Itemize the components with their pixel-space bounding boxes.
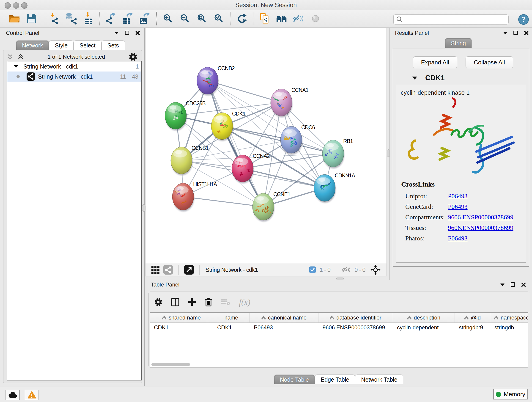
memory-button[interactable]: Memory <box>493 389 528 400</box>
tab-network-table[interactable]: Network Table <box>355 375 403 384</box>
horizontal-scrollbar[interactable] <box>152 363 190 366</box>
float-panel-icon[interactable] <box>510 282 515 287</box>
network-edge-CCNE1-CCNB2[interactable] <box>208 81 263 207</box>
column-header-@id[interactable]: @id <box>455 313 490 322</box>
tree-collapse-icon[interactable] <box>14 65 18 68</box>
column-header-name[interactable]: name <box>213 313 250 322</box>
crosslink-label: GeneCard: <box>405 203 448 211</box>
cloud-icon[interactable] <box>6 390 20 400</box>
tab-select[interactable]: Select <box>74 40 101 50</box>
panel-menu-icon[interactable] <box>503 32 508 35</box>
zoom-fit-content-icon[interactable] <box>193 11 210 26</box>
zoom-selected-region-icon[interactable] <box>210 11 227 26</box>
open-in-window-icon[interactable] <box>184 265 194 274</box>
node-label-CCNB1: CCNB1 <box>191 145 209 151</box>
column-header-description[interactable]: description <box>393 313 455 322</box>
table-cell[interactable]: P06493 <box>250 323 318 332</box>
zoom-out-icon[interactable] <box>177 11 193 26</box>
crosslinks-title: CrossLinks <box>401 180 435 188</box>
table-cell[interactable]: CDK1 <box>213 323 250 332</box>
tab-edge-table[interactable]: Edge Table <box>315 375 355 384</box>
table-cell[interactable]: 9606.ENSP00000378699 <box>318 323 393 332</box>
crosslink-value-link[interactable]: P06493 <box>448 203 468 211</box>
table-options-gear-icon[interactable] <box>154 298 162 306</box>
network-node-CCNB1[interactable] <box>171 147 192 175</box>
export-image-icon[interactable] <box>137 11 153 26</box>
export-table-icon[interactable] <box>120 11 137 26</box>
table-cell[interactable]: cyclin-dependent ... <box>393 323 455 332</box>
crosslink-row: Compartments:9606.ENSP00000378699 <box>405 212 523 223</box>
birdseye-crosshair-icon[interactable] <box>370 265 380 275</box>
network-node-RB1[interactable] <box>322 140 344 168</box>
help-icon[interactable]: ? <box>518 14 529 26</box>
network-node-CCNA1[interactable] <box>271 89 292 117</box>
apply-preferred-layout-icon[interactable] <box>233 11 250 26</box>
column-header-shared-name[interactable]: shared name <box>150 313 213 322</box>
hidden-eye-icon[interactable] <box>342 266 351 273</box>
network-node-CDK1[interactable] <box>211 113 233 141</box>
string-show-images-icon[interactable] <box>307 11 324 26</box>
crosslink-label: Uniprot: <box>405 192 448 200</box>
import-network-from-file-icon[interactable] <box>46 11 63 26</box>
network-node-CCNB2[interactable] <box>197 67 219 96</box>
expand-all-button[interactable]: Expand All <box>413 56 457 68</box>
network-edge-CCNA2-CDKN1A[interactable] <box>243 168 325 188</box>
tab-string[interactable]: String <box>445 38 472 48</box>
crosslink-value-link[interactable]: 9606.ENSP00000378699 <box>448 214 513 221</box>
column-header-namespace[interactable]: namespace <box>490 313 528 322</box>
crosslink-value-link[interactable]: P06493 <box>448 192 468 200</box>
collapse-all-button[interactable]: Collapse All <box>466 56 513 68</box>
tab-node-table[interactable]: Node Table <box>274 375 315 384</box>
show-columns-icon[interactable] <box>171 298 179 306</box>
expand-all-icon[interactable] <box>17 54 24 60</box>
search-box[interactable] <box>393 14 509 25</box>
selected-checkbox-icon[interactable] <box>309 266 316 273</box>
panel-menu-icon[interactable] <box>114 32 119 35</box>
save-session-icon[interactable] <box>23 11 40 26</box>
import-table-from-file-icon[interactable] <box>80 11 97 26</box>
close-panel-icon[interactable] <box>524 31 529 36</box>
column-header-canonical-name[interactable]: canonical name <box>250 313 318 322</box>
float-panel-icon[interactable] <box>513 31 518 36</box>
string-settings-homes-icon[interactable] <box>273 11 290 26</box>
export-network-icon[interactable] <box>103 11 120 26</box>
table-cell[interactable]: stringdb <box>490 323 528 332</box>
zoom-in-icon[interactable] <box>159 11 177 26</box>
table-cell[interactable]: stringdb:9... <box>455 323 490 332</box>
collapse-all-icon[interactable] <box>7 54 13 60</box>
network-edge-CCNB2-CCNA1[interactable] <box>208 81 281 102</box>
network-node-CDC25B[interactable] <box>165 102 187 131</box>
float-panel-icon[interactable] <box>125 31 130 36</box>
network-node-CCNA2[interactable] <box>232 155 254 183</box>
network-node-CCNE1[interactable] <box>253 193 274 222</box>
crosslink-value-link[interactable]: 9606.ENSP00000378699 <box>448 224 513 231</box>
close-panel-icon[interactable] <box>135 31 140 36</box>
warning-icon[interactable] <box>25 390 39 400</box>
delete-column-icon[interactable] <box>205 298 212 307</box>
close-panel-icon[interactable] <box>521 282 526 287</box>
network-node-HIST1H1A[interactable] <box>172 183 194 211</box>
left-splitter-handle[interactable] <box>142 204 146 212</box>
column-header-database-identifier[interactable]: database identifier <box>318 313 393 322</box>
network-status-dot-icon <box>17 75 20 78</box>
search-input[interactable] <box>405 16 508 23</box>
add-column-icon[interactable] <box>188 298 196 306</box>
network-node-CDKN1A[interactable] <box>314 174 336 203</box>
import-network-from-database-icon[interactable] <box>63 11 80 26</box>
section-collapse-icon[interactable] <box>412 76 418 80</box>
open-session-icon[interactable] <box>6 11 23 26</box>
tab-sets[interactable]: Sets <box>101 40 125 50</box>
string-protein-query-icon[interactable] <box>256 11 273 26</box>
network-edge-CCNE1-HIST1H1A[interactable] <box>183 197 263 207</box>
birdseye-grid-icon[interactable] <box>152 266 160 274</box>
options-gear-icon[interactable] <box>129 52 138 61</box>
table-row[interactable]: CDK1CDK1P064939606.ENSP00000378699cyclin… <box>150 323 528 332</box>
table-cell[interactable]: CDK1 <box>150 323 213 332</box>
crosslink-value-link[interactable]: P06493 <box>448 235 468 242</box>
network-collection-row[interactable]: String Network - cdk1 1 <box>7 61 141 71</box>
panel-menu-icon[interactable] <box>500 283 505 286</box>
network-row[interactable]: String Network - cdk1 11 48 <box>7 71 141 82</box>
tab-network[interactable]: Network <box>16 40 49 50</box>
tab-style[interactable]: Style <box>49 40 74 50</box>
string-glass-ball-effect-icon[interactable] <box>290 11 307 26</box>
